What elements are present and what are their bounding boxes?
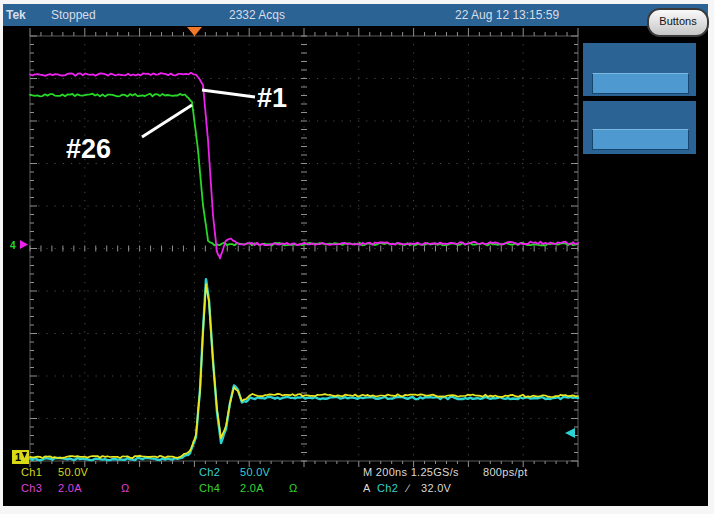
side-menu-button-1[interactable] (592, 73, 689, 94)
ch3-coupling-icon: Ω (121, 482, 130, 494)
trigger-level: 32.0V (421, 482, 451, 494)
trigger-slope-icon: ∕ (407, 482, 409, 494)
status-bar: Tek Stopped 2332 Acqs 22 Aug 12 13:15:59 (3, 4, 708, 26)
datetime: 22 Aug 12 13:15:59 (455, 8, 559, 22)
trigger-prefix: A (363, 482, 371, 494)
ch4-scale: 2.0A (240, 482, 264, 494)
resolution-readout: 800ps/pt (483, 466, 528, 478)
tek-logo: Tek (6, 8, 26, 22)
ch3-scale: 2.0A (58, 482, 82, 494)
acquisition-status: Stopped (51, 8, 96, 22)
side-menu-panel-1 (583, 43, 696, 96)
ch1-scale: 50.0V (58, 466, 88, 478)
buttons-button[interactable]: Buttons (647, 8, 709, 37)
ch3-label: Ch3 (21, 482, 42, 494)
ch2-scale: 50.0V (240, 466, 270, 478)
ch1-label: Ch1 (21, 466, 42, 478)
side-menu-panel-2 (583, 101, 696, 154)
ch4-label: Ch4 (199, 482, 220, 494)
side-menu-button-2[interactable] (592, 129, 689, 150)
trigger-source: Ch2 (377, 482, 398, 494)
ch4-coupling-icon: Ω (289, 482, 298, 494)
ch2-label: Ch2 (199, 466, 220, 478)
oscilloscope-screenshot: Tek Stopped 2332 Acqs 22 Aug 12 13:15:59… (0, 0, 714, 514)
acquisition-count: 2332 Acqs (229, 8, 285, 22)
timebase-readout: M 200ns 1.25GS/s (363, 466, 459, 478)
scope-screen: Tek Stopped 2332 Acqs 22 Aug 12 13:15:59… (3, 4, 708, 506)
